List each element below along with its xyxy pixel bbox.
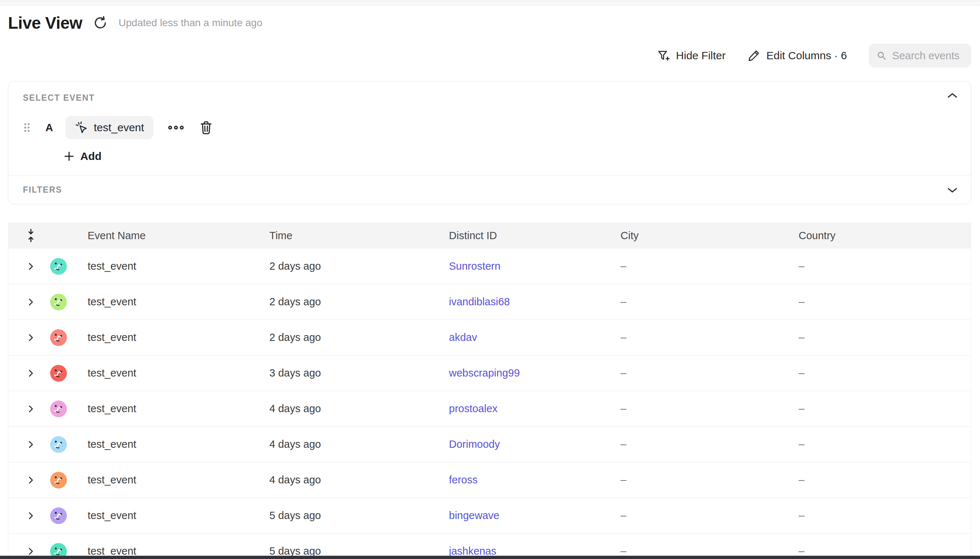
expand-row-button[interactable] <box>26 262 35 271</box>
add-event-button[interactable]: Add <box>64 150 101 162</box>
table-row[interactable]: test_event 2 days ago Sunrostern – – <box>8 249 971 284</box>
user-avatar <box>50 543 67 556</box>
expand-row-button[interactable] <box>26 405 35 413</box>
user-avatar <box>50 472 67 488</box>
distinct-id-link[interactable]: akdav <box>449 331 477 343</box>
cell-event-name: test_event <box>88 509 269 521</box>
distinct-id-link[interactable]: feross <box>449 474 478 486</box>
distinct-id-link[interactable]: bingewave <box>449 509 499 521</box>
table-row[interactable]: test_event 4 days ago Dorimoody – – <box>8 427 971 462</box>
collapse-all-rows-button[interactable] <box>26 228 36 242</box>
table-row[interactable]: test_event 5 days ago bingewave – – <box>8 498 971 534</box>
expand-row-button[interactable] <box>26 476 35 485</box>
cell-country: – <box>798 509 971 521</box>
expand-filters-button[interactable] <box>947 187 958 194</box>
cell-event-name: test_event <box>88 438 269 450</box>
table-row[interactable]: test_event 2 days ago akdav – – <box>8 320 971 356</box>
search-input[interactable] <box>892 50 963 62</box>
table-header-row: Event Name Time Distinct ID City Country <box>8 222 971 249</box>
edit-columns-button[interactable]: Edit Columns · 6 <box>747 49 847 62</box>
cell-city: – <box>620 260 798 272</box>
page-title: Live View <box>8 13 82 33</box>
drag-handle[interactable] <box>23 122 31 133</box>
query-panel: SELECT EVENT A <box>8 81 971 204</box>
cell-city: – <box>620 509 798 521</box>
cell-country: – <box>798 367 971 379</box>
cursor-click-icon <box>75 121 88 134</box>
distinct-id-link[interactable]: Sunrostern <box>449 260 501 272</box>
column-header-city[interactable]: City <box>620 230 798 242</box>
event-chip-label: test_event <box>94 121 144 134</box>
select-event-section: SELECT EVENT A <box>8 81 971 175</box>
delete-event-button[interactable] <box>199 120 213 135</box>
page-header: Live View Updated less than a minute ago <box>8 13 263 33</box>
event-row-letter: A <box>45 122 53 134</box>
chevron-right-icon <box>26 298 35 306</box>
table-row[interactable]: test_event 5 days ago jashkenas – – <box>8 534 971 556</box>
bottom-dark-strip <box>0 556 980 559</box>
chevron-right-icon <box>26 369 35 378</box>
cell-city: – <box>620 403 798 415</box>
event-selector-chip[interactable]: test_event <box>65 116 154 139</box>
user-avatar <box>50 436 67 453</box>
expand-row-button[interactable] <box>26 440 35 449</box>
search-icon <box>877 50 886 61</box>
search-box <box>869 44 971 68</box>
pencil-icon <box>747 49 760 62</box>
add-row: Add <box>23 150 956 162</box>
filters-label: FILTERS <box>23 185 62 195</box>
table-body: test_event 2 days ago Sunrostern – – tes… <box>8 249 971 556</box>
cell-time: 2 days ago <box>269 260 449 272</box>
select-event-label: SELECT EVENT <box>23 93 956 103</box>
cell-country: – <box>798 331 971 344</box>
table-row[interactable]: test_event 2 days ago ivandiblasi68 – – <box>8 284 971 320</box>
updated-timestamp: Updated less than a minute ago <box>119 17 262 29</box>
distinct-id-link[interactable]: Dorimoody <box>449 438 500 450</box>
distinct-id-link[interactable]: ivandiblasi68 <box>449 296 510 308</box>
drag-dots-icon <box>23 122 31 133</box>
event-query-row: A test_event <box>23 116 956 139</box>
user-avatar <box>50 365 67 382</box>
filter-plus-icon <box>657 49 670 62</box>
cell-event-name: test_event <box>88 403 269 415</box>
cell-time: 3 days ago <box>269 367 449 379</box>
table-row[interactable]: test_event 4 days ago prostoalex – – <box>8 391 971 427</box>
refresh-button[interactable] <box>93 15 108 31</box>
expand-row-button[interactable] <box>26 547 35 556</box>
column-header-event-name[interactable]: Event Name <box>88 230 269 242</box>
cell-country: – <box>798 403 971 415</box>
cell-city: – <box>620 474 798 486</box>
ellipsis-icon <box>168 125 184 131</box>
distinct-id-link[interactable]: jashkenas <box>449 545 497 556</box>
chevron-right-icon <box>26 333 35 342</box>
chevron-down-icon <box>947 187 958 194</box>
cell-time: 4 days ago <box>269 474 449 486</box>
distinct-id-link[interactable]: prostoalex <box>449 403 497 414</box>
user-avatar <box>50 329 67 346</box>
cell-time: 4 days ago <box>269 403 449 415</box>
user-avatar <box>50 258 67 275</box>
expand-row-button[interactable] <box>26 511 35 520</box>
expand-row-button[interactable] <box>26 298 35 306</box>
cell-event-name: test_event <box>88 545 269 556</box>
event-options-button[interactable] <box>168 125 184 131</box>
table-row[interactable]: test_event 4 days ago feross – – <box>8 462 971 498</box>
collapse-vertical-icon <box>26 228 36 242</box>
cell-city: – <box>620 296 798 308</box>
expand-row-button[interactable] <box>26 369 35 378</box>
expand-row-button[interactable] <box>26 333 35 342</box>
cell-time: 4 days ago <box>269 438 449 450</box>
cell-event-name: test_event <box>88 474 269 486</box>
collapse-section-button[interactable] <box>947 92 958 99</box>
table-row[interactable]: test_event 3 days ago webscraping99 – – <box>8 356 971 391</box>
cell-event-name: test_event <box>88 260 269 272</box>
toolbar: Hide Filter Edit Columns · 6 <box>657 44 971 68</box>
hide-filter-button[interactable]: Hide Filter <box>657 49 726 62</box>
column-header-time[interactable]: Time <box>269 230 449 242</box>
chevron-up-icon <box>947 92 958 99</box>
page-top-edge <box>0 0 980 5</box>
column-header-distinct-id[interactable]: Distinct ID <box>449 230 620 242</box>
distinct-id-link[interactable]: webscraping99 <box>449 367 520 379</box>
cell-city: – <box>620 367 798 379</box>
column-header-country[interactable]: Country <box>798 230 971 242</box>
